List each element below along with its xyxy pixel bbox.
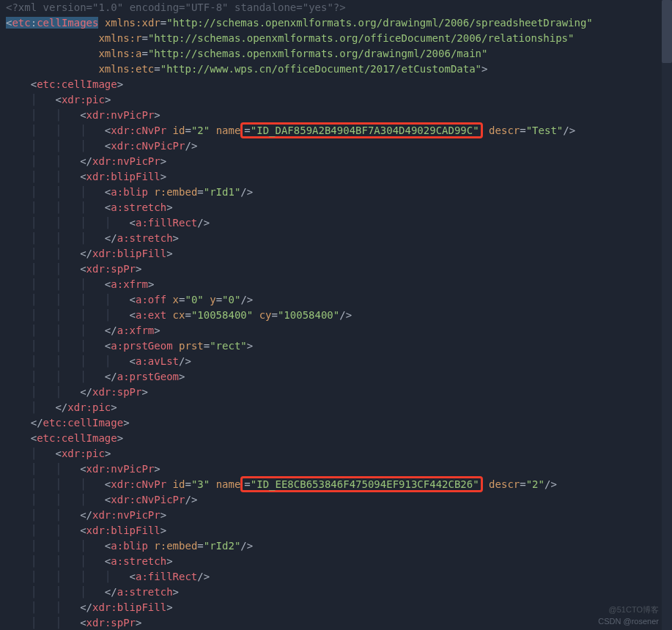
- cellimage-open: etc:cellImage: [37, 78, 117, 90]
- cellimage-open-2: etc:cellImage: [37, 432, 117, 444]
- xml-tag: xml: [18, 1, 37, 13]
- xml-decl-prefix: <?: [6, 1, 18, 13]
- root-ns: etc: [12, 17, 30, 29]
- root-tag: cellImages: [37, 17, 98, 29]
- highlight-box-1: ="ID_DAF859A2B4904BF7A304D49029CAD99C": [240, 122, 482, 138]
- watermark-2: CSDN @rosener: [598, 615, 659, 628]
- highlight-box-2: ="ID_EE8CB653846F475094EF913CF442CB26": [240, 476, 482, 492]
- vertical-scrollbar[interactable]: [662, 0, 672, 630]
- code-block: <?xml version="1.0" encoding="UTF-8" sta…: [6, 0, 660, 630]
- code-editor: <?xml version="1.0" encoding="UTF-8" sta…: [0, 0, 672, 630]
- watermark-1: @51CTO博客: [609, 604, 659, 616]
- scrollbar-thumb[interactable]: [662, 0, 672, 63]
